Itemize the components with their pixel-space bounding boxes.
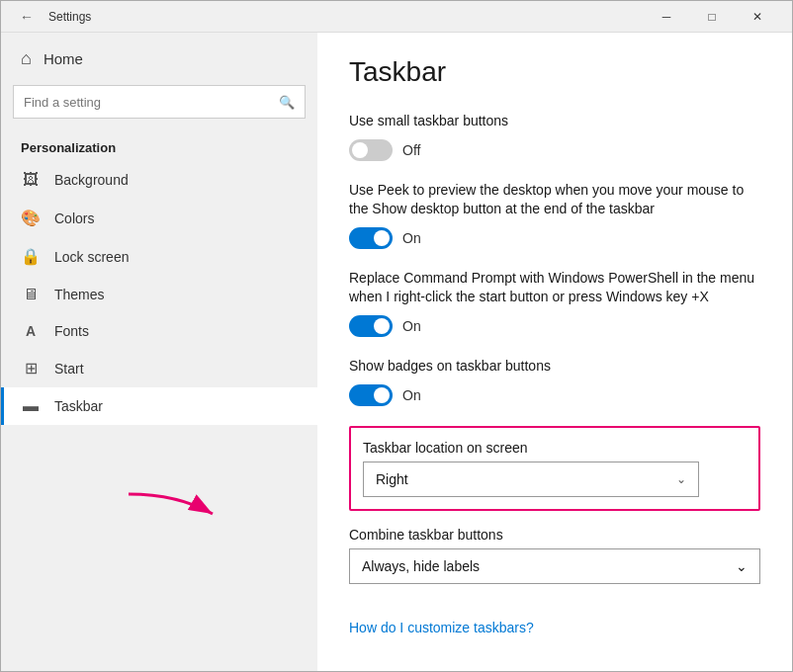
badges-toggle-row: On <box>349 384 760 406</box>
sidebar-section-title: Personalization <box>1 130 317 161</box>
start-icon: ⊞ <box>21 359 41 378</box>
content-area: ⌂ Home 🔍 Personalization 🖼 Background 🎨 … <box>1 33 792 671</box>
sidebar-item-label: Colors <box>54 210 94 226</box>
search-box: 🔍 <box>13 85 306 119</box>
main-content: Taskbar Use small taskbar buttons Off Us… <box>317 33 792 671</box>
peek-toggle[interactable] <box>349 227 393 249</box>
lock-icon: 🔒 <box>21 247 41 266</box>
location-dropdown[interactable]: Right ⌄ <box>363 462 699 497</box>
chevron-down-icon-2: ⌄ <box>736 558 748 574</box>
sidebar-item-colors[interactable]: 🎨 Colors <box>1 199 317 237</box>
peek-label: Use Peek to preview the desktop when you… <box>349 181 760 219</box>
combine-label: Combine taskbar buttons <box>349 527 760 543</box>
minimize-button[interactable]: ─ <box>644 1 689 33</box>
location-setting-highlighted: Taskbar location on screen Right ⌄ <box>349 426 760 511</box>
fonts-icon: A <box>21 323 41 339</box>
sidebar-item-label: Background <box>54 172 129 188</box>
sidebar-item-label: Themes <box>54 287 105 302</box>
sidebar-item-lock-screen[interactable]: 🔒 Lock screen <box>1 237 317 276</box>
maximize-button[interactable]: □ <box>689 1 735 33</box>
location-label: Taskbar location on screen <box>363 440 747 456</box>
window-title: Settings <box>48 10 91 24</box>
sidebar-item-start[interactable]: ⊞ Start <box>1 349 317 387</box>
combine-setting: Combine taskbar buttons Always, hide lab… <box>349 527 760 584</box>
peek-toggle-label: On <box>402 230 421 246</box>
sidebar-item-label: Lock screen <box>54 249 129 265</box>
small-buttons-toggle[interactable] <box>349 139 393 161</box>
back-button[interactable]: ← <box>13 3 41 31</box>
sidebar-item-label: Start <box>54 361 84 377</box>
sidebar-item-background[interactable]: 🖼 Background <box>1 161 317 199</box>
powershell-toggle-row: On <box>349 315 760 337</box>
home-icon: ⌂ <box>21 48 32 69</box>
taskbar-icon: ▬ <box>21 397 41 415</box>
home-label: Home <box>44 50 83 67</box>
small-buttons-label: Use small taskbar buttons <box>349 112 760 131</box>
colors-icon: 🎨 <box>21 209 41 227</box>
title-bar: ← Settings ─ □ ✕ <box>1 1 792 33</box>
small-buttons-setting: Use small taskbar buttons Off <box>349 112 760 161</box>
peek-toggle-row: On <box>349 227 760 249</box>
settings-window: ← Settings ─ □ ✕ ⌂ Home 🔍 Personalizatio… <box>0 0 793 672</box>
badges-toggle[interactable] <box>349 384 393 406</box>
powershell-setting: Replace Command Prompt with Windows Powe… <box>349 269 760 337</box>
sidebar-home-item[interactable]: ⌂ Home <box>1 33 317 85</box>
search-icon: 🔍 <box>279 95 295 110</box>
themes-icon: 🖥 <box>21 286 41 303</box>
window-controls: ─ □ ✕ <box>644 1 780 33</box>
small-buttons-toggle-row: Off <box>349 139 760 161</box>
small-buttons-toggle-label: Off <box>402 142 420 158</box>
powershell-toggle-label: On <box>402 318 421 334</box>
peek-setting: Use Peek to preview the desktop when you… <box>349 181 760 249</box>
sidebar-item-fonts[interactable]: A Fonts <box>1 313 317 349</box>
badges-toggle-label: On <box>402 387 421 403</box>
sidebar-item-label: Taskbar <box>54 398 103 414</box>
page-title: Taskbar <box>349 56 760 88</box>
location-dropdown-value: Right <box>376 471 408 487</box>
search-input[interactable] <box>24 95 279 110</box>
sidebar-item-themes[interactable]: 🖥 Themes <box>1 276 317 313</box>
powershell-toggle[interactable] <box>349 315 393 337</box>
powershell-label: Replace Command Prompt with Windows Powe… <box>349 269 760 307</box>
badges-setting: Show badges on taskbar buttons On <box>349 357 760 406</box>
background-icon: 🖼 <box>21 171 41 189</box>
combine-dropdown-value: Always, hide labels <box>362 558 480 574</box>
sidebar-item-taskbar[interactable]: ▬ Taskbar <box>1 387 317 425</box>
sidebar-item-label: Fonts <box>54 323 89 339</box>
sidebar: ⌂ Home 🔍 Personalization 🖼 Background 🎨 … <box>1 33 317 671</box>
close-button[interactable]: ✕ <box>735 1 780 33</box>
badges-label: Show badges on taskbar buttons <box>349 357 760 377</box>
customize-link[interactable]: How do I customize taskbars? <box>349 620 534 635</box>
combine-dropdown[interactable]: Always, hide labels ⌄ <box>349 548 760 584</box>
chevron-down-icon: ⌄ <box>676 472 686 486</box>
